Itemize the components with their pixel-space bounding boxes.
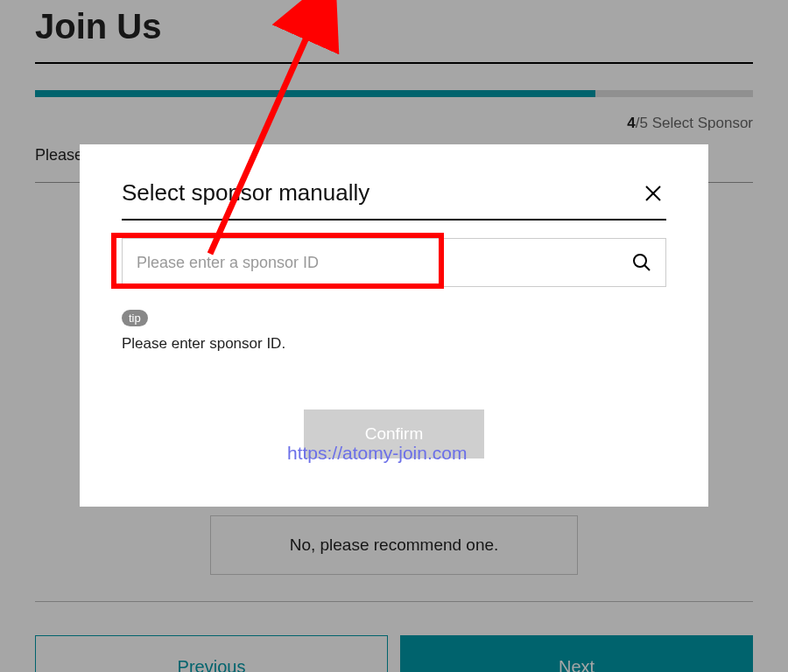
- tip-text: Please enter sponsor ID.: [122, 335, 666, 353]
- sponsor-id-input[interactable]: [122, 238, 666, 287]
- close-icon: [643, 183, 664, 204]
- tip-badge: tip: [122, 310, 148, 326]
- close-button[interactable]: [640, 180, 666, 206]
- modal-overlay: Select sponsor manually tip Please enter…: [0, 0, 788, 672]
- modal-title: Select sponsor manually: [122, 179, 369, 206]
- confirm-button[interactable]: Confirm: [304, 410, 484, 458]
- select-sponsor-modal: Select sponsor manually tip Please enter…: [80, 144, 708, 507]
- svg-point-2: [634, 255, 646, 267]
- search-icon: [631, 252, 652, 273]
- search-button[interactable]: [631, 252, 652, 273]
- svg-line-3: [644, 265, 650, 270]
